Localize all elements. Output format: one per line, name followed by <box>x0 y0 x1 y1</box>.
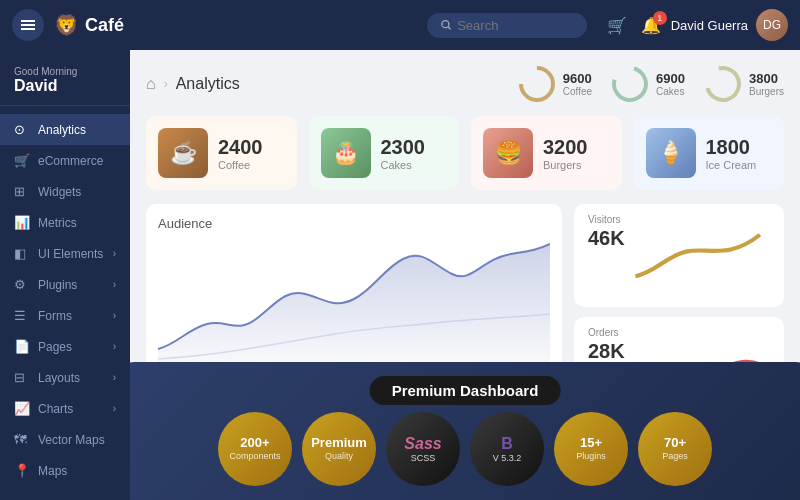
icecream-value: 1800 <box>706 136 757 159</box>
badge-bootstrap[interactable]: B V 5.3.2 <box>470 412 544 486</box>
analytics-icon: ⊙ <box>14 122 30 137</box>
cakes-card: 🎂 2300 Cakes <box>309 116 460 190</box>
cart-icon[interactable]: 🛒 <box>607 16 627 35</box>
menu-button[interactable] <box>12 9 44 41</box>
badge-quality-sub: Quality <box>325 451 353 462</box>
burgers-card: 🍔 3200 Burgers <box>471 116 622 190</box>
burgers-stat-label: Burgers <box>749 86 784 97</box>
summary-cards: ☕ 2400 Coffee 🎂 2300 Cakes 🍔 3200 Burger… <box>146 116 784 190</box>
greeting-name: David <box>14 77 116 95</box>
badge-quality[interactable]: Premium Quality <box>302 412 376 486</box>
cakes-image: 🎂 <box>321 128 371 178</box>
greeting-text: Good Morning <box>14 66 116 77</box>
burgers-image: 🍔 <box>483 128 533 178</box>
orders-info: Orders 28K <box>588 327 625 363</box>
badge-quality-main: Premium <box>311 436 367 450</box>
breadcrumb-separator: › <box>164 77 168 91</box>
cakes-stat-label: Cakes <box>656 86 685 97</box>
visitors-info: Visitors 46K <box>588 214 625 250</box>
badge-bootstrap-sub: V 5.3.2 <box>493 453 522 464</box>
svg-rect-1 <box>21 24 35 26</box>
sidebar-item-label: eCommerce <box>38 154 103 168</box>
sidebar-item-analytics[interactable]: ⊙ Analytics <box>0 114 130 145</box>
sidebar-item-metrics[interactable]: 📊 Metrics <box>0 207 130 238</box>
cakes-donut-chart <box>605 59 654 108</box>
header-stat-cakes: 6900 Cakes <box>612 66 685 102</box>
user-menu[interactable]: David Guerra DG <box>671 9 788 41</box>
home-icon[interactable]: ⌂ <box>146 75 156 93</box>
audience-chart-svg <box>158 239 550 369</box>
badge-pages-main: 70+ <box>664 436 686 450</box>
sidebar-item-maps[interactable]: 📍 Maps <box>0 455 130 486</box>
orders-label: Orders <box>588 327 625 338</box>
visitors-label: Visitors <box>588 214 625 225</box>
chart-area <box>158 239 550 369</box>
burgers-donut-chart <box>698 59 747 108</box>
sidebar-item-plugins[interactable]: ⚙ Plugins › <box>0 269 130 300</box>
sidebar-item-ui-elements[interactable]: ◧ UI Elements › <box>0 238 130 269</box>
cakes-value: 2300 <box>381 136 426 159</box>
badge-components-sub: Components <box>229 451 280 462</box>
icecream-image: 🍦 <box>646 128 696 178</box>
logo-text: Café <box>85 15 124 36</box>
layouts-icon: ⊟ <box>14 370 30 385</box>
chevron-right-icon: › <box>113 341 116 352</box>
widgets-icon: ⊞ <box>14 184 30 199</box>
metrics-icon: 📊 <box>14 215 30 230</box>
search-bar[interactable] <box>427 13 587 38</box>
svg-point-3 <box>442 21 449 28</box>
svg-rect-2 <box>21 28 35 30</box>
sidebar-nav: ⊙ Analytics 🛒 eCommerce ⊞ Widgets 📊 Metr… <box>0 106 130 500</box>
coffee-card: ☕ 2400 Coffee <box>146 116 297 190</box>
svg-line-4 <box>448 27 451 30</box>
sidebar-item-ecommerce[interactable]: 🛒 eCommerce <box>0 145 130 176</box>
forms-icon: ☰ <box>14 308 30 323</box>
svg-rect-0 <box>21 20 35 22</box>
burgers-stat-info: 3800 Burgers <box>749 71 784 97</box>
main-content: ⌂ › Analytics 9600 Coffee 6900 Cakes <box>130 50 800 500</box>
badge-sass[interactable]: Sass SCSS <box>386 412 460 486</box>
header-stats: 9600 Coffee 6900 Cakes 3800 Burgers <box>519 66 784 102</box>
plugins-icon: ⚙ <box>14 277 30 292</box>
orders-value: 28K <box>588 340 625 363</box>
user-name: David Guerra <box>671 18 748 33</box>
search-input[interactable] <box>457 18 573 33</box>
chevron-right-icon: › <box>113 279 116 290</box>
navbar-icons: 🛒 🔔 1 <box>607 16 661 35</box>
coffee-stat-value: 9600 <box>563 71 592 86</box>
sidebar-item-forms[interactable]: ☰ Forms › <box>0 300 130 331</box>
cakes-label: Cakes <box>381 159 426 171</box>
sidebar-item-widgets[interactable]: ⊞ Widgets <box>0 176 130 207</box>
badge-components-main: 200+ <box>240 436 269 450</box>
chevron-right-icon: › <box>113 403 116 414</box>
sidebar-item-vector-maps[interactable]: 🗺 Vector Maps <box>0 424 130 455</box>
badge-components[interactable]: 200+ Components <box>218 412 292 486</box>
sidebar-item-label: Plugins <box>38 278 77 292</box>
coffee-info: 2400 Coffee <box>218 136 263 171</box>
sidebar-item-charts[interactable]: 📈 Charts › <box>0 393 130 424</box>
badge-plugins[interactable]: 15+ Plugins <box>554 412 628 486</box>
charts-icon: 📈 <box>14 401 30 416</box>
icecream-card: 🍦 1800 Ice Cream <box>634 116 785 190</box>
notification-icon[interactable]: 🔔 1 <box>641 16 661 35</box>
sidebar-item-label: Charts <box>38 402 73 416</box>
icecream-label: Ice Cream <box>706 159 757 171</box>
badge-pages[interactable]: 70+ Pages <box>638 412 712 486</box>
header-stat-burgers: 3800 Burgers <box>705 66 784 102</box>
sidebar-item-pages[interactable]: 📄 Pages › <box>0 331 130 362</box>
sass-logo-text: Sass <box>404 435 441 453</box>
maps-icon: 📍 <box>14 463 30 478</box>
sidebar-item-label: Maps <box>38 464 67 478</box>
badge-plugins-main: 15+ <box>580 436 602 450</box>
burgers-value: 3200 <box>543 136 588 159</box>
coffee-value: 2400 <box>218 136 263 159</box>
sidebar-greeting: Good Morning David <box>0 50 130 106</box>
visitors-mini-chart <box>625 214 770 297</box>
coffee-stat-info: 9600 Coffee <box>563 71 592 97</box>
sidebar-item-layouts[interactable]: ⊟ Layouts › <box>0 362 130 393</box>
cakes-stat-value: 6900 <box>656 71 685 86</box>
ecommerce-icon: 🛒 <box>14 153 30 168</box>
sidebar-item-label: UI Elements <box>38 247 103 261</box>
coffee-donut-chart <box>511 59 562 110</box>
sidebar: Good Morning David ⊙ Analytics 🛒 eCommer… <box>0 50 130 500</box>
